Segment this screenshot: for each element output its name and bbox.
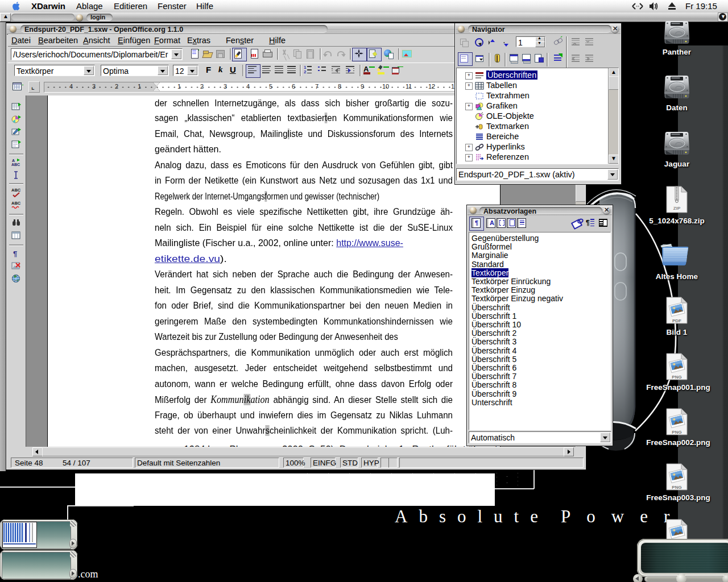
svg-text:PNG: PNG bbox=[672, 375, 681, 380]
svg-text:A: A bbox=[12, 159, 15, 163]
svg-text:PNG: PNG bbox=[672, 430, 681, 435]
svg-text:PDF: PDF bbox=[672, 318, 681, 323]
svg-text:ABC: ABC bbox=[11, 201, 21, 206]
svg-text:ABC: ABC bbox=[11, 188, 21, 193]
svg-text:PNG: PNG bbox=[672, 485, 681, 490]
svg-text:¶: ¶ bbox=[13, 250, 17, 258]
svg-text:ABC: ABC bbox=[11, 163, 20, 167]
